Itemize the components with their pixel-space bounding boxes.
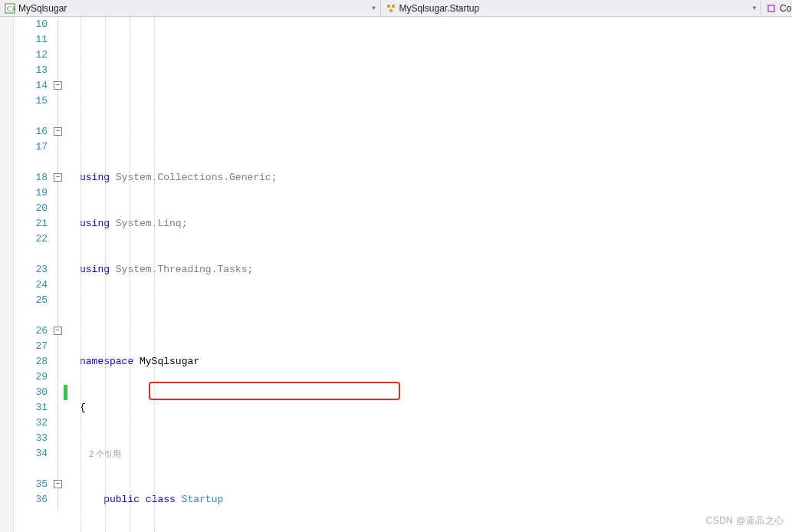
member-name: Co <box>780 3 791 14</box>
fold-toggle[interactable]: − <box>54 327 62 335</box>
svg-rect-5 <box>768 5 774 11</box>
margin-indicator <box>0 17 14 532</box>
project-name: MySqlsugar <box>18 3 67 14</box>
svg-text:C#: C# <box>7 5 15 13</box>
codelens-ref[interactable]: 2 个引用 <box>80 446 792 461</box>
highlight-annotation <box>149 382 400 400</box>
fold-toggle[interactable]: − <box>54 480 62 488</box>
fold-toggle[interactable]: − <box>54 173 62 182</box>
csharp-project-icon: C# <box>5 3 15 14</box>
line-number-gutter: 1011121314151617181920212223242526272829… <box>14 17 52 532</box>
fold-toggle[interactable]: − <box>54 127 62 136</box>
svg-rect-2 <box>387 5 390 8</box>
class-name: MySqlsugar.Startup <box>399 3 480 14</box>
code-content[interactable]: using System.Collections.Generic; using … <box>80 17 792 532</box>
navigation-bar: C# MySqlsugar ▼ MySqlsugar.Startup ▼ Co <box>0 0 792 17</box>
chevron-down-icon: ▼ <box>371 5 377 11</box>
project-selector[interactable]: C# MySqlsugar ▼ <box>0 0 381 16</box>
class-selector[interactable]: MySqlsugar.Startup ▼ <box>381 0 762 16</box>
fold-toggle[interactable]: − <box>54 81 62 90</box>
method-icon <box>766 3 777 14</box>
class-icon <box>386 3 396 14</box>
change-indicator <box>64 385 67 400</box>
member-selector[interactable]: Co <box>761 0 792 16</box>
code-editor[interactable]: 1011121314151617181920212223242526272829… <box>0 17 792 532</box>
svg-rect-3 <box>392 5 395 8</box>
chevron-down-icon: ▼ <box>751 5 757 11</box>
outline-column: − − − − − <box>52 17 80 532</box>
svg-rect-4 <box>389 9 393 12</box>
